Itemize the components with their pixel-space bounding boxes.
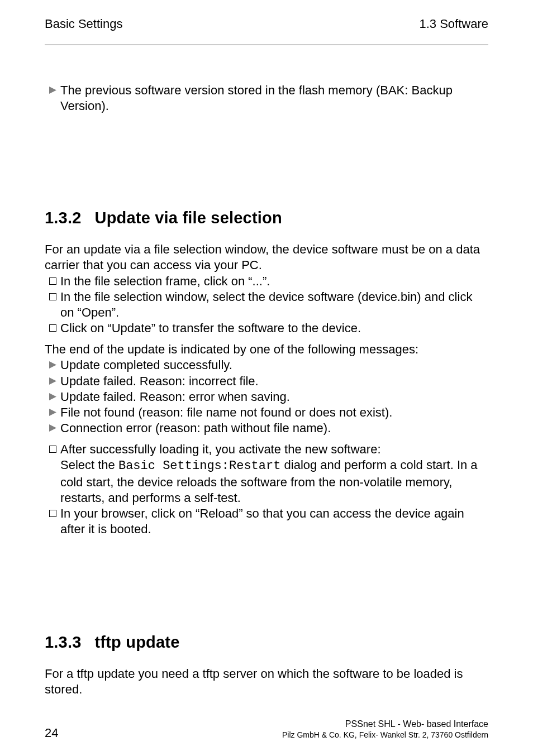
tri-row-3: Update failed. Reason: error when saving… [45, 389, 488, 405]
check-text-2: In the file selection window, select the… [60, 289, 488, 320]
tri-row-5: Connection error (reason: path without f… [45, 420, 488, 436]
section-133-number: 1.3.3 [45, 633, 82, 652]
section-132-heading: 1.3.2 Update via file selection [45, 209, 488, 227]
section-133-title: tftp update [95, 633, 180, 652]
checkbox-icon [45, 442, 60, 453]
section-132-para1: For an update via a file selection windo… [45, 242, 488, 273]
check-row-3: Click on “Update” to transfer the softwa… [45, 320, 488, 336]
triangle-bullet-icon [45, 357, 60, 369]
page-header: Basic Settings 1.3 Software [45, 17, 488, 31]
header-rule [45, 45, 488, 45]
svg-marker-2 [49, 377, 56, 385]
svg-marker-0 [49, 87, 56, 94]
tri-row-1: Update completed successfully. [45, 357, 488, 373]
check-text-1: In the file selection frame, click on “.… [60, 274, 488, 289]
checkbox-icon [45, 274, 60, 285]
triangle-bullet-icon [45, 405, 60, 416]
tri-text-2: Update failed. Reason: incorrect file. [60, 374, 488, 389]
tri-text-5: Connection error (reason: path without f… [60, 420, 488, 436]
svg-marker-1 [49, 361, 56, 369]
section-132-number: 1.3.2 [45, 209, 82, 227]
footer-text: PSSnet SHL - Web- based Interface Pilz G… [58, 718, 488, 740]
page-number: 24 [45, 726, 58, 740]
footer-line1: PSSnet SHL - Web- based Interface [58, 718, 488, 730]
svg-marker-3 [49, 393, 56, 400]
triangle-bullet-icon [45, 389, 60, 400]
check-row-4: After successfully loading it, you activ… [45, 442, 488, 506]
section-133-heading: 1.3.3 tftp update [45, 633, 488, 652]
check-text-3: Click on “Update” to transfer the softwa… [60, 320, 488, 336]
tri-text-4: File not found (reason: file name not fo… [60, 405, 488, 420]
footer-line2: Pilz GmbH & Co. KG, Felix- Wankel Str. 2… [58, 730, 488, 740]
svg-marker-4 [49, 409, 56, 416]
check-text-4: After successfully loading it, you activ… [60, 442, 488, 506]
check4-prefix: Select the [60, 458, 118, 472]
tri-row-2: Update failed. Reason: incorrect file. [45, 374, 488, 389]
tri-row-4: File not found (reason: file name not fo… [45, 405, 488, 420]
section-132-title: Update via file selection [95, 209, 282, 227]
section-133-para: For a tftp update you need a tftp server… [45, 666, 488, 697]
check4-line1: After successfully loading it, you activ… [60, 442, 381, 456]
checkbox-icon [45, 506, 60, 517]
check4-mono: Basic Settings:Restart [118, 459, 280, 473]
check-row-2: In the file selection window, select the… [45, 289, 488, 320]
svg-marker-5 [49, 424, 56, 432]
tri-text-1: Update completed successfully. [60, 357, 488, 373]
section-132-para2: The end of the update is indicated by on… [45, 342, 488, 357]
triangle-bullet-icon [45, 83, 60, 94]
header-right: 1.3 Software [419, 17, 488, 31]
check-text-5: In your browser, click on “Reload” so th… [60, 506, 488, 537]
tri-text-3: Update failed. Reason: error when saving… [60, 389, 488, 405]
checkbox-icon [45, 320, 60, 332]
intro-bullet-row: The previous software version stored in … [45, 83, 488, 114]
content-area: The previous software version stored in … [45, 83, 488, 697]
intro-bullet-text: The previous software version stored in … [60, 83, 488, 114]
header-left: Basic Settings [45, 17, 122, 31]
triangle-bullet-icon [45, 420, 60, 432]
checkbox-icon [45, 289, 60, 300]
triangle-bullet-icon [45, 374, 60, 385]
page-footer: 24 PSSnet SHL - Web- based Interface Pil… [45, 718, 488, 740]
check-row-5: In your browser, click on “Reload” so th… [45, 506, 488, 537]
check-row-1: In the file selection frame, click on “.… [45, 274, 488, 289]
